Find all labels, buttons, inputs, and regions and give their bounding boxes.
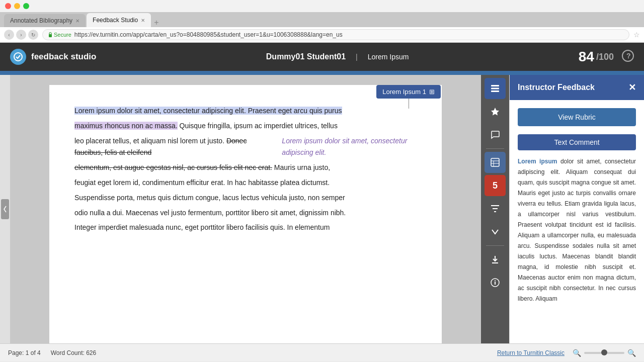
new-tab-button[interactable]: + <box>152 18 160 27</box>
browser-window: Annotated Bibliography ✕ Feedback Studio… <box>0 0 644 43</box>
help-icon[interactable]: ? <box>622 50 634 64</box>
app-logo: feedback studio <box>10 49 96 65</box>
reload-button[interactable]: ↻ <box>28 30 38 40</box>
tab-close-icon[interactable]: ✕ <box>141 18 145 23</box>
url-box[interactable]: Secure https://ev.turnitin.com/app/carta… <box>42 29 629 40</box>
paragraph-2: maximus rhoncus non ac massa. Quisque fr… <box>74 120 417 132</box>
feedback-panel-header: Instructor Feedback ✕ <box>510 75 644 100</box>
comment-body: dolor sit amet, consectetur adipiscing e… <box>518 158 636 302</box>
header-center: Dummy01 Student01 | Lorem Ipsum <box>104 52 570 61</box>
paragraph-5: feugiat eget lorem id, condimentum effic… <box>74 177 417 189</box>
highlighted-text-2: maximus rhoncus non ac massa. <box>74 122 178 130</box>
zoom-in-icon[interactable]: 🔍 <box>627 349 636 357</box>
paragraph-1: Lorem ipsum dolor sit amet, consectetur … <box>74 105 417 117</box>
tab-feedback-studio[interactable]: Feedback Studio ✕ <box>87 13 151 27</box>
traffic-light-close[interactable] <box>5 3 11 9</box>
svg-rect-4 <box>491 85 499 86</box>
traffic-lights-row <box>0 0 644 12</box>
text-comment-label: Text Comment <box>518 134 636 150</box>
filter-button[interactable] <box>485 198 506 219</box>
main-area: Lorem Ipsum 1 ⊞ Lorem ipsum dolor sit am… <box>0 75 644 343</box>
traffic-light-minimize[interactable] <box>14 3 20 9</box>
document-area[interactable]: Lorem Ipsum 1 ⊞ Lorem ipsum dolor sit am… <box>10 75 481 343</box>
tab-close-icon[interactable]: ✕ <box>75 18 79 24</box>
feedback-panel: Instructor Feedback ✕ View Rubric Text C… <box>509 75 644 343</box>
svg-text:?: ? <box>626 52 631 60</box>
badge-count: 5 <box>493 180 498 191</box>
bottom-bar: Page: 1 of 4 Word Count: 626 Return to T… <box>0 343 644 361</box>
feedback-panel-body: View Rubric Text Comment Lorem ipsum dol… <box>510 100 644 343</box>
document-page: Lorem ipsum dolor sit amet, consectetur … <box>49 85 442 343</box>
app-name: feedback studio <box>31 52 96 62</box>
toolbar-divider-2 <box>486 245 504 246</box>
left-panel-toggle[interactable] <box>0 75 10 343</box>
grade-button[interactable] <box>485 101 506 122</box>
score-denominator: /100 <box>596 52 614 62</box>
svg-rect-5 <box>491 88 499 89</box>
tab-annotated-bibliography[interactable]: Annotated Bibliography ✕ <box>4 14 86 27</box>
svg-rect-0 <box>49 34 52 37</box>
bottom-bar-right: Return to Turnitin Classic 🔍 🔍 <box>497 349 636 357</box>
highlighted-text-1: Lorem ipsum dolor sit amet, consectetur … <box>74 107 342 115</box>
annotation-bubble[interactable]: Lorem Ipsum 1 ⊞ <box>376 85 441 99</box>
rubric-button[interactable] <box>485 152 506 173</box>
tab-label: Feedback Studio <box>93 17 138 24</box>
download-button[interactable] <box>485 249 506 270</box>
paragraph-3: leo placerat tellus, et aliquam nisl lor… <box>74 135 417 159</box>
url-text: https://ev.turnitin.com/app/carta/en_us?… <box>74 31 343 38</box>
view-rubric-button[interactable]: View Rubric <box>518 108 636 126</box>
score-badge-button[interactable]: 5 <box>485 175 506 196</box>
back-button[interactable]: ‹ <box>4 30 14 40</box>
student-name: Dummy01 Student01 <box>266 52 346 61</box>
svg-rect-6 <box>491 90 499 92</box>
tab-bar: Annotated Bibliography ✕ Feedback Studio… <box>0 12 644 27</box>
feedback-panel-title: Instructor Feedback <box>518 83 595 92</box>
return-to-classic-link[interactable]: Return to Turnitin Classic <box>497 349 565 356</box>
document-title: Lorem Ipsum <box>368 53 409 61</box>
info-button[interactable] <box>485 272 506 293</box>
zoom-out-icon[interactable]: 🔍 <box>573 349 581 357</box>
comment-button[interactable] <box>485 124 506 145</box>
tab-label: Annotated Bibliography <box>10 17 72 24</box>
main-text-3: leo placerat tellus, et aliquam nisl lor… <box>74 135 272 159</box>
logo-icon <box>10 49 26 65</box>
word-count: Word Count: 626 <box>51 349 97 356</box>
svg-rect-7 <box>491 158 499 166</box>
layers-button[interactable] <box>485 78 506 99</box>
comment-highlight-link[interactable]: Lorem ipsum <box>518 158 557 165</box>
zoom-thumb[interactable] <box>601 349 607 355</box>
secure-badge: Secure <box>48 32 71 38</box>
paragraph-6: Suspendisse porta, metus quis dictum con… <box>74 192 417 204</box>
app-header: feedback studio Dummy01 Student01 | Lore… <box>0 43 644 71</box>
italic-text: Lorem ipsum dolor sit amet, consectetur … <box>282 135 417 159</box>
svg-point-1 <box>14 53 22 61</box>
traffic-light-fullscreen[interactable] <box>23 3 29 9</box>
strikethrough-text-2: elementum, est augue egestas nisl, ac cu… <box>74 163 272 171</box>
zoom-control: 🔍 🔍 <box>573 349 636 357</box>
filter-down-button[interactable] <box>485 221 506 242</box>
header-separator: | <box>356 53 358 61</box>
annotation-label: Lorem Ipsum 1 <box>382 88 426 96</box>
toggle-button[interactable] <box>1 199 9 219</box>
address-bar: ‹ › ↻ Secure https://ev.turnitin.com/app… <box>0 27 644 43</box>
paragraph-7: odio nulla a dui. Maecenas vel justo fer… <box>74 207 417 219</box>
page-info: Page: 1 of 4 <box>8 349 41 356</box>
strikethrough-text-1: Donec faucibus, felis at eleifend <box>74 137 247 157</box>
header-score: 84 /100 <box>579 49 614 65</box>
comment-text: Lorem ipsum dolor sit amet, consectetur … <box>518 156 636 304</box>
forward-button[interactable]: › <box>16 30 26 40</box>
sub-header-bar <box>0 71 644 75</box>
toolbar-divider-1 <box>486 148 504 149</box>
paragraph-8: Integer imperdiet malesuada nunc, eget p… <box>74 222 417 234</box>
annotation-grid-icon: ⊞ <box>429 88 435 96</box>
score-value: 84 <box>579 49 594 65</box>
nav-buttons: ‹ › ↻ <box>4 30 38 40</box>
right-toolbar: 5 <box>481 75 509 343</box>
zoom-slider[interactable] <box>584 352 624 354</box>
svg-point-17 <box>495 280 496 281</box>
paragraph-4: elementum, est augue egestas nisl, ac cu… <box>74 162 417 174</box>
feedback-close-icon[interactable]: ✕ <box>628 82 636 93</box>
bookmark-icon[interactable]: ☆ <box>633 31 640 39</box>
